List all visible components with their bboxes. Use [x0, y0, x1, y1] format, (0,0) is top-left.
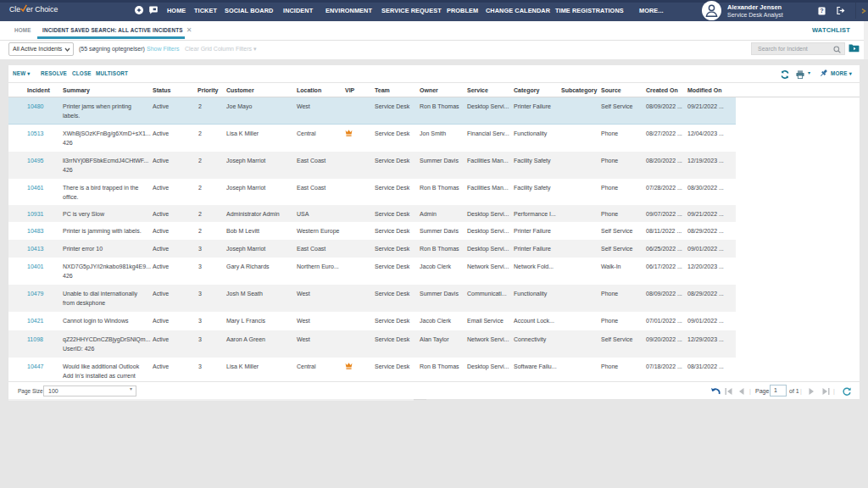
svg-text:?: ?: [820, 7, 823, 14]
